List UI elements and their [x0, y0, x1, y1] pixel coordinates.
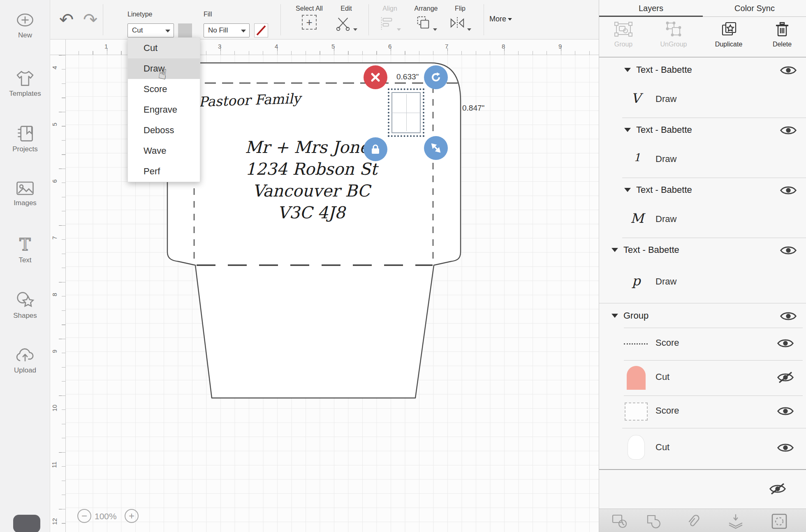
eye-icon[interactable] — [777, 338, 794, 349]
pen-color-swatch[interactable] — [254, 23, 268, 37]
shapes-icon — [15, 291, 35, 309]
layer-title: Text - Babette — [636, 65, 692, 75]
eye-icon[interactable] — [780, 310, 797, 322]
sidebar-item-new[interactable]: New — [0, 12, 50, 58]
group-label: Group — [605, 41, 642, 48]
ruler-corner — [50, 39, 66, 55]
chevron-down-icon[interactable] — [624, 68, 631, 72]
flip-button[interactable]: Flip — [447, 5, 473, 33]
linetype-select[interactable]: Cut — [127, 23, 174, 37]
linetype-option-wave[interactable]: Wave — [128, 141, 200, 161]
flip-label: Flip — [447, 5, 473, 12]
arrange-button[interactable]: Arrange — [410, 5, 442, 33]
flatten-icon[interactable] — [727, 512, 745, 530]
linetype-option-perf[interactable]: Perf — [128, 161, 200, 182]
ruler-number: 1 — [104, 43, 108, 50]
sidebar-item-images[interactable]: Images — [0, 180, 50, 225]
layer-child-row[interactable]: Score — [599, 328, 806, 360]
sidebar-item-text[interactable]: T Text — [0, 236, 50, 281]
lock-handle[interactable] — [364, 137, 387, 161]
images-icon — [15, 180, 35, 197]
panel-tabs: Layers Color Sync — [599, 0, 806, 17]
resize-handle[interactable] — [424, 136, 448, 160]
toolbar-separator — [103, 4, 103, 35]
eye-off-icon[interactable] — [777, 372, 794, 383]
zoom-in-button[interactable]: + — [125, 509, 139, 523]
undo-icon[interactable]: ↶ — [59, 12, 74, 27]
layers-panel: Layers Color Sync Group UnGroup Duplicat… — [599, 0, 806, 532]
linetype-option-cut[interactable]: Cut — [128, 38, 200, 58]
ungroup-icon — [664, 21, 683, 37]
attach-icon[interactable] — [684, 512, 702, 530]
delete-button[interactable]: Delete — [764, 21, 801, 48]
select-all-icon: + — [302, 15, 317, 30]
group-layer-header[interactable]: Group — [599, 304, 806, 328]
layer-header[interactable]: Text - Babette — [599, 119, 806, 141]
zoom-out-button[interactable]: − — [77, 509, 91, 523]
chevron-down-icon[interactable] — [611, 248, 618, 252]
eye-icon[interactable] — [780, 185, 797, 196]
layer-header[interactable]: Text - Babette — [599, 239, 806, 261]
chevron-down-icon[interactable] — [624, 188, 631, 192]
weld-icon[interactable] — [644, 512, 662, 530]
eye-off-icon[interactable] — [769, 483, 786, 495]
rotate-handle[interactable] — [424, 65, 448, 89]
linetype-color-swatch[interactable] — [178, 23, 192, 37]
tab-layers[interactable]: Layers — [599, 0, 703, 17]
duplicate-icon — [719, 21, 738, 37]
edit-button[interactable]: Edit — [332, 5, 361, 33]
redo-icon[interactable]: ↷ — [83, 12, 97, 27]
eye-icon[interactable] — [780, 65, 797, 76]
fill-select-value: No Fill — [208, 26, 228, 34]
delete-label: Delete — [764, 41, 801, 48]
left-sidebar: New Templates Projects Images T Text Sha… — [0, 0, 50, 532]
layer-thumbnail-glyph: M — [630, 210, 644, 226]
more-button[interactable]: More — [489, 15, 512, 23]
sidebar-item-projects[interactable]: Projects — [0, 125, 50, 170]
ruler-number: 6 — [388, 43, 391, 50]
cricut-design-space: { "sidebar": { "items": ["New", "Templat… — [0, 0, 806, 532]
eye-icon[interactable] — [777, 442, 794, 453]
chat-bubble[interactable] — [13, 515, 40, 532]
layer-title: Text - Babette — [636, 125, 692, 135]
eye-icon[interactable] — [780, 245, 797, 256]
stamp-image[interactable] — [388, 88, 424, 137]
slice-icon[interactable] — [611, 512, 629, 530]
layer-child-row[interactable]: V Draw — [599, 81, 806, 118]
tab-color-sync[interactable]: Color Sync — [703, 0, 806, 17]
fill-select[interactable]: No Fill — [204, 23, 250, 37]
zoom-level-label: 100% — [95, 511, 117, 521]
linetype-option-deboss[interactable]: Deboss — [128, 120, 200, 141]
address-line: 1234 Robson St — [223, 158, 400, 180]
chevron-down-icon[interactable] — [611, 314, 618, 318]
resize-icon — [431, 143, 441, 153]
eye-icon[interactable] — [780, 125, 797, 136]
layer-thumbnail-glyph: V — [631, 90, 641, 106]
arrange-label: Arrange — [410, 5, 442, 12]
ruler-number: 11 — [51, 462, 58, 468]
linetype-option-engrave[interactable]: Engrave — [128, 99, 200, 120]
layer-child-row[interactable]: Score — [599, 396, 806, 428]
layer-child-row[interactable]: M Draw — [599, 201, 806, 238]
layer-child-row[interactable]: 1 Draw — [599, 141, 806, 178]
select-all-button[interactable]: Select All + — [293, 5, 326, 30]
chevron-down-icon[interactable] — [624, 128, 631, 132]
layer-header[interactable]: Text - Babette — [599, 179, 806, 201]
blank-canvas-row[interactable]: Blank Canvas — [599, 470, 806, 509]
eye-icon[interactable] — [777, 405, 794, 417]
layer-child-row[interactable]: p Draw — [599, 261, 806, 303]
sidebar-item-templates[interactable]: Templates — [0, 69, 50, 114]
layer-op-label: Cut — [655, 442, 669, 453]
projects-icon — [15, 125, 35, 143]
layer-child-row[interactable]: Cut — [599, 428, 806, 469]
contour-icon[interactable] — [770, 512, 788, 530]
duplicate-button[interactable]: Duplicate — [710, 21, 747, 48]
layer-header[interactable]: Text - Babette — [599, 59, 806, 81]
layer-child-row[interactable]: Cut — [599, 360, 806, 396]
sidebar-item-upload[interactable]: Upload — [0, 347, 50, 392]
ruler-number: 7 — [51, 236, 58, 239]
delete-handle[interactable] — [364, 65, 387, 89]
layer-title: Text - Babette — [636, 185, 692, 195]
sidebar-item-shapes[interactable]: Shapes — [0, 291, 50, 336]
cut-arch-thumbnail — [627, 366, 646, 390]
